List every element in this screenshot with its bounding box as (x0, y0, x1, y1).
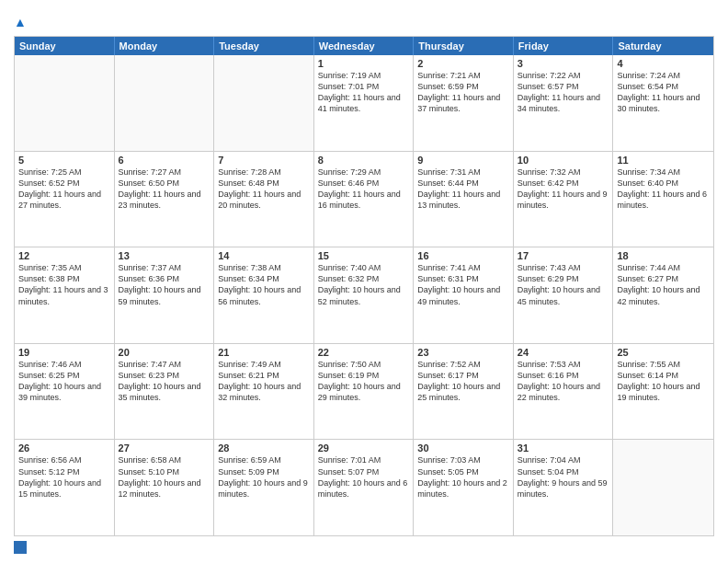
cell-info: Sunrise: 7:34 AMSunset: 6:40 PMDaylight:… (617, 167, 710, 212)
calendar-cell: 3Sunrise: 7:22 AMSunset: 6:57 PMDaylight… (514, 55, 614, 151)
day-header-tuesday: Tuesday (214, 37, 314, 55)
calendar-cell: 11Sunrise: 7:34 AMSunset: 6:40 PMDayligh… (613, 152, 713, 247)
calendar-cell: 15Sunrise: 7:40 AMSunset: 6:32 PMDayligh… (314, 247, 415, 343)
day-number: 26 (18, 442, 110, 454)
legend-color-box (14, 541, 27, 554)
calendar: SundayMondayTuesdayWednesdayThursdayFrid… (14, 36, 714, 536)
calendar-cell: 29Sunrise: 7:01 AMSunset: 5:07 PMDayligh… (314, 440, 415, 535)
cell-info: Sunrise: 7:40 AMSunset: 6:32 PMDaylight:… (318, 262, 410, 307)
day-number: 19 (18, 347, 110, 358)
cell-info: Sunrise: 7:38 AMSunset: 6:34 PMDaylight:… (218, 262, 310, 307)
day-header-thursday: Thursday (414, 37, 514, 55)
day-number: 4 (617, 58, 710, 69)
day-header-friday: Friday (514, 37, 614, 55)
calendar-cell: 30Sunrise: 7:03 AMSunset: 5:05 PMDayligh… (414, 440, 514, 535)
calendar-cell: 2Sunrise: 7:21 AMSunset: 6:59 PMDaylight… (414, 55, 514, 151)
calendar-cell: 27Sunrise: 6:58 AMSunset: 5:10 PMDayligh… (115, 440, 215, 535)
cell-info: Sunrise: 7:43 AMSunset: 6:29 PMDaylight:… (518, 262, 609, 307)
day-header-saturday: Saturday (613, 37, 713, 55)
calendar-cell: 19Sunrise: 7:46 AMSunset: 6:25 PMDayligh… (15, 344, 115, 440)
cell-info: Sunrise: 7:31 AMSunset: 6:44 PMDaylight:… (417, 167, 509, 212)
calendar-cell: 6Sunrise: 7:27 AMSunset: 6:50 PMDaylight… (115, 152, 215, 247)
calendar-cell: 14Sunrise: 7:38 AMSunset: 6:34 PMDayligh… (214, 247, 314, 343)
calendar-header: SundayMondayTuesdayWednesdayThursdayFrid… (15, 37, 713, 55)
cell-info: Sunrise: 6:56 AMSunset: 5:12 PMDaylight:… (18, 454, 110, 500)
calendar-cell (15, 55, 115, 151)
day-number: 12 (18, 250, 110, 261)
footer (14, 541, 714, 554)
cell-info: Sunrise: 7:32 AMSunset: 6:42 PMDaylight:… (518, 167, 609, 212)
calendar-cell: 18Sunrise: 7:44 AMSunset: 6:27 PMDayligh… (613, 247, 713, 343)
calendar-cell: 24Sunrise: 7:53 AMSunset: 6:16 PMDayligh… (514, 344, 614, 440)
day-number: 16 (417, 250, 509, 261)
calendar-cell (115, 55, 215, 151)
calendar-cell: 21Sunrise: 7:49 AMSunset: 6:21 PMDayligh… (214, 344, 314, 440)
cell-info: Sunrise: 7:41 AMSunset: 6:31 PMDaylight:… (417, 262, 509, 307)
day-number: 2 (417, 58, 509, 69)
day-number: 18 (617, 250, 710, 261)
page: ▲ SundayMondayTuesdayWednesdayThursdayFr… (0, 0, 728, 563)
logo-triangle-icon: ▲ (14, 15, 27, 29)
calendar-body: 1Sunrise: 7:19 AMSunset: 7:01 PMDaylight… (15, 55, 713, 535)
cell-info: Sunrise: 7:46 AMSunset: 6:25 PMDaylight:… (18, 359, 110, 404)
day-number: 17 (518, 250, 609, 261)
cell-info: Sunrise: 7:47 AMSunset: 6:23 PMDaylight:… (119, 359, 210, 404)
cell-info: Sunrise: 6:59 AMSunset: 5:09 PMDaylight:… (218, 454, 310, 500)
cell-info: Sunrise: 7:27 AMSunset: 6:50 PMDaylight:… (119, 167, 210, 212)
cell-info: Sunrise: 7:35 AMSunset: 6:38 PMDaylight:… (18, 262, 110, 307)
calendar-cell (214, 55, 314, 151)
calendar-cell: 5Sunrise: 7:25 AMSunset: 6:52 PMDaylight… (15, 152, 115, 247)
day-number: 28 (218, 442, 310, 454)
header: ▲ (14, 9, 714, 30)
day-header-sunday: Sunday (15, 37, 115, 55)
day-number: 10 (518, 155, 609, 166)
calendar-cell: 13Sunrise: 7:37 AMSunset: 6:36 PMDayligh… (115, 247, 215, 343)
day-header-wednesday: Wednesday (314, 37, 415, 55)
calendar-week-5: 26Sunrise: 6:56 AMSunset: 5:12 PMDayligh… (15, 440, 713, 535)
cell-info: Sunrise: 7:21 AMSunset: 6:59 PMDaylight:… (417, 70, 509, 115)
cell-info: Sunrise: 7:19 AMSunset: 7:01 PMDaylight:… (318, 70, 410, 115)
calendar-cell: 8Sunrise: 7:29 AMSunset: 6:46 PMDaylight… (314, 152, 415, 247)
day-number: 15 (318, 250, 410, 261)
calendar-cell (613, 440, 713, 535)
calendar-cell: 31Sunrise: 7:04 AMSunset: 5:04 PMDayligh… (514, 440, 614, 535)
day-number: 21 (218, 347, 310, 358)
cell-info: Sunrise: 7:52 AMSunset: 6:17 PMDaylight:… (417, 359, 509, 404)
cell-info: Sunrise: 7:55 AMSunset: 6:14 PMDaylight:… (617, 359, 710, 404)
day-number: 30 (417, 442, 509, 454)
calendar-cell: 16Sunrise: 7:41 AMSunset: 6:31 PMDayligh… (414, 247, 514, 343)
calendar-cell: 28Sunrise: 6:59 AMSunset: 5:09 PMDayligh… (214, 440, 314, 535)
day-number: 25 (617, 347, 710, 358)
calendar-cell: 25Sunrise: 7:55 AMSunset: 6:14 PMDayligh… (613, 344, 713, 440)
day-number: 13 (119, 250, 210, 261)
cell-info: Sunrise: 7:25 AMSunset: 6:52 PMDaylight:… (18, 167, 110, 212)
day-number: 31 (518, 442, 609, 454)
logo: ▲ (14, 9, 27, 30)
calendar-week-3: 12Sunrise: 7:35 AMSunset: 6:38 PMDayligh… (15, 247, 713, 344)
calendar-week-4: 19Sunrise: 7:46 AMSunset: 6:25 PMDayligh… (15, 344, 713, 441)
cell-info: Sunrise: 7:49 AMSunset: 6:21 PMDaylight:… (218, 359, 310, 404)
calendar-cell: 4Sunrise: 7:24 AMSunset: 6:54 PMDaylight… (613, 55, 713, 151)
cell-info: Sunrise: 7:03 AMSunset: 5:05 PMDaylight:… (417, 454, 509, 500)
calendar-cell: 12Sunrise: 7:35 AMSunset: 6:38 PMDayligh… (15, 247, 115, 343)
cell-info: Sunrise: 7:53 AMSunset: 6:16 PMDaylight:… (518, 359, 609, 404)
cell-info: Sunrise: 7:22 AMSunset: 6:57 PMDaylight:… (518, 70, 609, 115)
calendar-cell: 23Sunrise: 7:52 AMSunset: 6:17 PMDayligh… (414, 344, 514, 440)
day-number: 9 (417, 155, 509, 166)
day-number: 24 (518, 347, 609, 358)
cell-info: Sunrise: 6:58 AMSunset: 5:10 PMDaylight:… (119, 454, 210, 500)
calendar-cell: 26Sunrise: 6:56 AMSunset: 5:12 PMDayligh… (15, 440, 115, 535)
calendar-cell: 10Sunrise: 7:32 AMSunset: 6:42 PMDayligh… (514, 152, 614, 247)
day-number: 1 (318, 58, 410, 69)
day-number: 6 (119, 155, 210, 166)
cell-info: Sunrise: 7:04 AMSunset: 5:04 PMDaylight:… (518, 454, 609, 500)
day-number: 3 (518, 58, 609, 69)
calendar-cell: 22Sunrise: 7:50 AMSunset: 6:19 PMDayligh… (314, 344, 415, 440)
calendar-cell: 1Sunrise: 7:19 AMSunset: 7:01 PMDaylight… (314, 55, 415, 151)
cell-info: Sunrise: 7:50 AMSunset: 6:19 PMDaylight:… (318, 359, 410, 404)
calendar-cell: 17Sunrise: 7:43 AMSunset: 6:29 PMDayligh… (514, 247, 614, 343)
day-header-monday: Monday (115, 37, 215, 55)
day-number: 23 (417, 347, 509, 358)
cell-info: Sunrise: 7:44 AMSunset: 6:27 PMDaylight:… (617, 262, 710, 307)
cell-info: Sunrise: 7:28 AMSunset: 6:48 PMDaylight:… (218, 167, 310, 212)
